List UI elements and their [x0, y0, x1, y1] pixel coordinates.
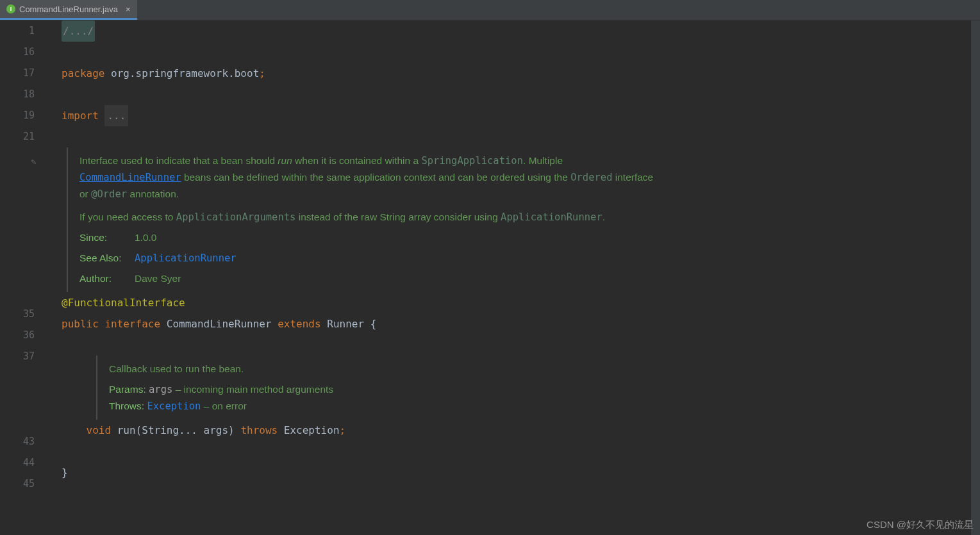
javadoc-paragraph: Interface used to indicate that a bean s… — [79, 152, 663, 202]
code-line[interactable]: /.../ — [62, 21, 980, 42]
javadoc-paragraph: If you need access to ApplicationArgumen… — [79, 209, 663, 226]
line-number[interactable]: 1 — [0, 21, 35, 42]
line-number[interactable]: 21 — [0, 126, 35, 147]
doc-link[interactable]: ApplicationRunner — [501, 211, 602, 223]
code-line[interactable] — [62, 126, 980, 147]
javadoc-author: Author:Dave Syer — [79, 270, 663, 287]
code-line[interactable] — [62, 441, 980, 462]
line-number[interactable]: 36 — [0, 325, 35, 346]
keyword: interface — [104, 318, 160, 330]
line-number[interactable]: 19 — [0, 105, 35, 126]
scrollbar[interactable] — [971, 21, 980, 535]
interface-icon: I — [6, 4, 15, 13]
tab-title: CommandLineRunner.java — [19, 4, 118, 14]
line-number[interactable]: 16 — [0, 42, 35, 63]
doc-link[interactable]: @Order — [91, 188, 127, 200]
editor: 1 16 17 18 19 21 ✎ 35 36 37 43 44 45 /..… — [0, 21, 980, 535]
line-number: ✎ — [0, 147, 35, 169]
doc-link[interactable]: ApplicationArguments — [176, 211, 296, 223]
type-name[interactable]: Runner — [327, 318, 364, 330]
keyword: extends — [278, 318, 320, 330]
javadoc-block[interactable]: Interface used to indicate that a bean s… — [67, 147, 663, 292]
javadoc-params: Params: args – incoming main method argu… — [109, 381, 980, 398]
javadoc-see-also: See Also:ApplicationRunner — [79, 250, 663, 267]
code-line[interactable]: @FunctionalInterface — [62, 292, 980, 313]
code-line[interactable] — [62, 84, 980, 105]
line-number[interactable]: 17 — [0, 63, 35, 84]
code-line[interactable]: void run(String... args) throws Exceptio… — [62, 420, 980, 441]
doc-link[interactable]: Exception — [147, 400, 201, 412]
doc-link[interactable]: Ordered — [570, 172, 612, 183]
edit-icon[interactable]: ✎ — [31, 151, 36, 172]
doc-link[interactable]: ApplicationRunner — [135, 250, 237, 267]
gutter: 1 16 17 18 19 21 ✎ 35 36 37 43 44 45 — [0, 21, 50, 535]
code-line[interactable]: public interface CommandLineRunner exten… — [62, 313, 980, 334]
javadoc-since: Since:1.0.0 — [79, 229, 663, 246]
brace: } — [62, 466, 68, 479]
code-line[interactable]: import ... — [62, 105, 980, 126]
watermark: CSDN @好久不见的流星 — [867, 519, 974, 531]
method-javadoc[interactable]: Callback used to run the bean. Params: a… — [96, 356, 980, 420]
params: (String... args) — [136, 424, 235, 436]
editor-tab[interactable]: I CommandLineRunner.java × — [0, 0, 137, 20]
line-number[interactable]: 45 — [0, 473, 35, 495]
package-name: org.springframework.boot — [111, 67, 259, 79]
keyword: void — [87, 424, 112, 436]
line-number[interactable]: 37 — [0, 346, 35, 367]
tab-bar: I CommandLineRunner.java × — [0, 0, 980, 21]
code-area[interactable]: /.../ package org.springframework.boot; … — [50, 21, 980, 535]
keyword: package — [62, 67, 104, 79]
line-number[interactable]: 35 — [0, 304, 35, 325]
javadoc-summary: Callback used to run the bean. — [109, 361, 980, 377]
line-number[interactable]: 44 — [0, 452, 35, 473]
annotation: @FunctionalInterface — [62, 297, 185, 309]
line-number[interactable]: 18 — [0, 84, 35, 105]
keyword: public — [62, 318, 99, 330]
keyword: import — [62, 110, 99, 122]
keyword: throws — [240, 424, 278, 436]
code-line[interactable]: } — [62, 462, 980, 483]
doc-link[interactable]: CommandLineRunner — [79, 172, 181, 183]
code-line[interactable]: package org.springframework.boot; — [62, 63, 980, 84]
folded-comment[interactable]: /.../ — [62, 21, 95, 42]
line-number[interactable]: 43 — [0, 431, 35, 452]
code-line[interactable] — [62, 42, 980, 63]
code-line[interactable] — [62, 334, 980, 356]
doc-link[interactable]: SpringApplication — [421, 155, 523, 167]
javadoc-throws: Throws: Exception – on error — [109, 398, 980, 415]
type-name[interactable]: Exception — [284, 424, 340, 436]
type-name[interactable]: CommandLineRunner — [167, 318, 272, 330]
method-name[interactable]: run — [117, 424, 136, 436]
close-icon[interactable]: × — [126, 4, 131, 14]
brace: { — [370, 318, 377, 330]
folded-imports[interactable]: ... — [104, 105, 128, 126]
